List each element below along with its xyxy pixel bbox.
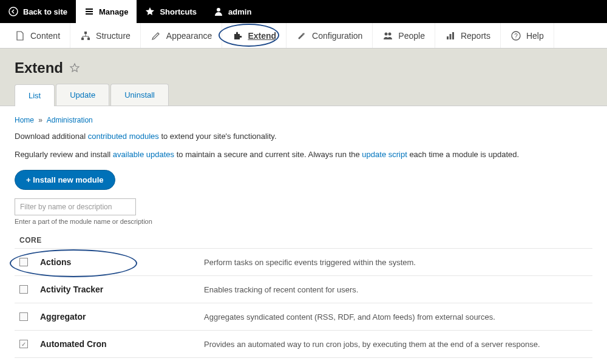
admin-menu: Content Structure Appearance Extend Conf… [0,23,607,49]
menu-structure-label: Structure [96,31,131,41]
wrench-icon [296,30,307,41]
menu-configuration[interactable]: Configuration [287,23,373,48]
module-row[interactable]: BanEnables banning of IP addresses. [15,357,592,364]
update-script-link[interactable]: update script [362,150,407,159]
module-description: Perform tasks on specific events trigger… [204,258,588,267]
module-name: Actions [40,257,192,267]
user-menu-button[interactable]: admin [205,0,260,23]
menu-appearance-label: Appearance [166,31,212,41]
help-icon: ? [510,30,521,41]
breadcrumb-admin[interactable]: Administration [47,116,93,124]
hierarchy-icon [80,30,91,41]
tab-uninstall[interactable]: Uninstall [110,84,169,106]
filter-row [15,198,592,215]
module-description: Aggregates syndicated content (RSS, RDF,… [204,312,588,322]
menu-content[interactable]: Content [5,23,70,48]
svg-point-0 [9,7,18,16]
menu-structure[interactable]: Structure [70,23,141,48]
svg-point-5 [385,32,388,35]
shortcuts-label: Shortcuts [160,7,197,16]
page-title: Extend [15,59,63,76]
menu-content-label: Content [30,31,60,41]
module-name: Aggregator [40,312,192,322]
menu-people-label: People [398,31,425,41]
tab-update[interactable]: Update [56,84,109,106]
contributed-modules-link[interactable]: contributed modules [88,132,159,141]
breadcrumb: Home » Administration [15,116,592,124]
breadcrumb-home[interactable]: Home [15,116,34,124]
content-area: Home » Administration Download additiona… [0,106,607,364]
module-checkbox[interactable] [19,285,28,294]
manage-label: Manage [99,7,128,16]
page-header: Extend List Update Uninstall [0,49,607,106]
menu-reports[interactable]: Reports [435,23,501,48]
intro-line-2: Regularly review and install available u… [15,149,592,161]
menu-people[interactable]: People [373,23,435,48]
tab-list[interactable]: List [15,84,55,106]
svg-point-6 [388,32,392,35]
module-description: Provides an automated way to run cron jo… [204,340,588,349]
people-icon [382,30,393,41]
menu-appearance[interactable]: Appearance [141,23,223,48]
star-icon [145,7,155,16]
module-description: Enables tracking of recent content for u… [204,285,588,294]
puzzle-icon [232,30,243,41]
module-checkbox[interactable] [19,340,28,348]
back-to-site-label: Back to site [23,7,67,16]
user-icon [214,7,223,16]
menu-extend-label: Extend [248,31,276,41]
svg-rect-4 [87,38,90,40]
module-checkbox[interactable] [19,312,28,321]
module-row[interactable]: Activity TrackerEnables tracking of rece… [15,275,592,303]
top-toolbar: Back to site Manage Shortcuts admin [0,0,607,23]
filter-input[interactable] [15,198,136,215]
favorite-star-icon[interactable] [69,62,80,73]
intro-line-1: Download additional contributed modules … [15,130,592,143]
menu-help-label: Help [526,31,544,41]
filter-description: Enter a part of the module name or descr… [15,218,592,225]
module-row[interactable]: Automated CronProvides an automated way … [15,330,592,357]
module-row[interactable]: ActionsPerform tasks on specific events … [15,248,592,275]
module-list: ActionsPerform tasks on specific events … [15,248,592,364]
svg-point-1 [217,8,220,12]
back-to-site-button[interactable]: Back to site [0,0,76,23]
module-row[interactable]: AggregatorAggregates syndicated content … [15,303,592,330]
hamburger-icon [84,7,94,16]
menu-help[interactable]: ? Help [501,23,554,48]
menu-configuration-label: Configuration [312,31,362,41]
svg-rect-7 [447,36,449,39]
document-icon [15,30,25,41]
install-new-module-button[interactable]: + Install new module [15,170,115,190]
svg-rect-9 [452,32,454,39]
module-name: Automated Cron [40,339,192,349]
arrow-left-icon [8,7,18,16]
svg-rect-2 [84,32,87,34]
available-updates-link[interactable]: available updates [113,150,174,159]
module-checkbox[interactable] [19,258,28,266]
module-group-header: CORE [15,236,592,244]
menu-extend[interactable]: Extend [222,23,287,48]
breadcrumb-separator: » [38,116,42,124]
user-label: admin [228,7,251,16]
module-name: Activity Tracker [40,285,192,294]
svg-rect-3 [81,38,84,40]
manage-button[interactable]: Manage [76,0,137,23]
bar-chart-icon [445,30,456,41]
svg-rect-8 [449,34,451,39]
paintbrush-icon [151,30,161,41]
menu-reports-label: Reports [461,31,490,41]
svg-text:?: ? [514,33,518,39]
tabs: List Update Uninstall [15,84,592,106]
shortcuts-button[interactable]: Shortcuts [137,0,205,23]
